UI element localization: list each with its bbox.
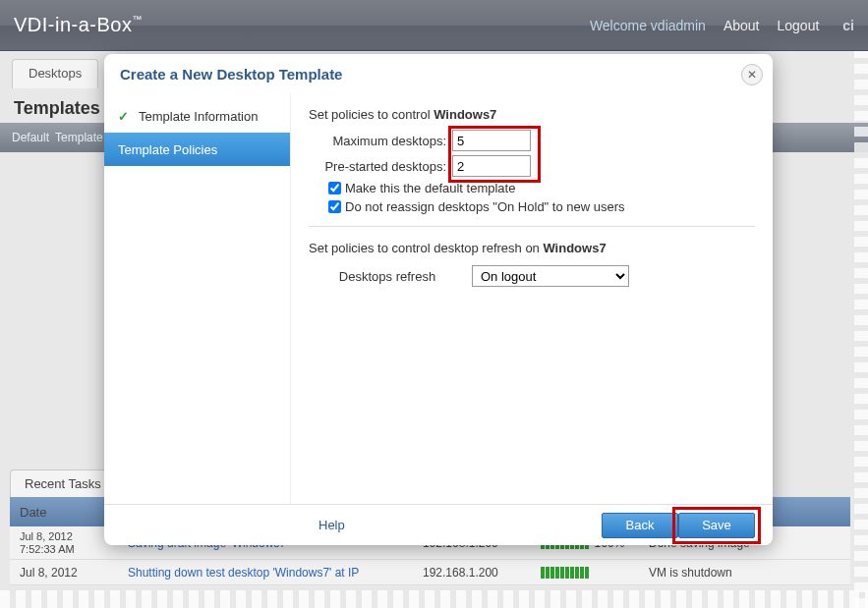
dialog-footer: Help Back Save <box>104 504 773 545</box>
step-label: Template Policies <box>118 142 217 157</box>
save-button[interactable]: Save <box>678 513 755 538</box>
dialog-content: Set policies to control Windows7 Maximum… <box>291 93 773 504</box>
task-date: Jul 8, 2012 <box>10 566 118 580</box>
max-desktops-input[interactable] <box>452 130 531 151</box>
logout-link[interactable]: Logout <box>777 18 819 33</box>
wizard-steps: ✓ Template Information Template Policies <box>104 93 291 504</box>
desktops-refresh-select[interactable]: On logout <box>472 265 629 287</box>
close-icon[interactable]: ✕ <box>741 64 763 85</box>
table-row: Jul 8, 2012 Shutting down test desktop '… <box>10 560 850 585</box>
make-default-label: Make this the default template <box>345 181 515 195</box>
subtab-template[interactable]: Template <box>55 131 103 144</box>
brand-text: VDI-in-a-Box <box>14 14 132 35</box>
help-link[interactable]: Help <box>318 518 345 532</box>
about-link[interactable]: About <box>723 18 760 33</box>
welcome-text: Welcome vdiadmin <box>590 18 706 33</box>
desktops-refresh-label: Desktops refresh <box>309 269 466 284</box>
torn-edge-bottom <box>0 590 868 608</box>
subtab-default[interactable]: Default <box>12 131 49 144</box>
create-template-dialog: Create a New Desktop Template ✕ ✓ Templa… <box>104 54 773 545</box>
dialog-title: Create a New Desktop Template <box>104 54 773 93</box>
prestarted-desktops-input[interactable] <box>452 155 531 177</box>
progress-bar-icon <box>541 567 589 579</box>
prestarted-desktops-label: Pre-started desktops: <box>309 159 446 174</box>
torn-edge-right <box>854 51 868 608</box>
tab-desktops[interactable]: Desktops <box>12 59 98 88</box>
back-button[interactable]: Back <box>602 513 678 538</box>
tab-recent-tasks[interactable]: Recent Tasks <box>10 470 116 497</box>
brand-tm: ™ <box>132 14 143 25</box>
brand: VDI-in-a-Box™ <box>14 14 590 36</box>
max-desktops-label: Maximum desktops: <box>309 134 446 148</box>
no-reassign-checkbox[interactable] <box>328 200 341 213</box>
col-date: Date <box>10 505 118 520</box>
refresh-intro: Set policies to control desktop refresh … <box>309 241 755 255</box>
task-ip: 192.168.1.200 <box>413 566 531 580</box>
task-progress <box>531 567 639 579</box>
task-link[interactable]: Shutting down test desktop 'Windows7' at… <box>118 566 413 580</box>
task-date: Jul 8, 2012 7:52:33 AM <box>10 530 118 554</box>
task-status: VM is shutdown <box>639 566 816 580</box>
step-template-policies[interactable]: Template Policies <box>104 133 290 166</box>
step-template-information[interactable]: ✓ Template Information <box>104 99 290 133</box>
app-header: VDI-in-a-Box™ Welcome vdiadmin About Log… <box>0 0 868 51</box>
step-label: Template Information <box>139 109 258 124</box>
policies-intro: Set policies to control Windows7 <box>309 107 755 122</box>
checkmark-icon: ✓ <box>118 109 129 124</box>
vendor-mark: ci <box>842 18 854 33</box>
no-reassign-label: Do not reassign desktops "On Hold" to ne… <box>345 199 625 214</box>
make-default-checkbox[interactable] <box>328 182 341 194</box>
